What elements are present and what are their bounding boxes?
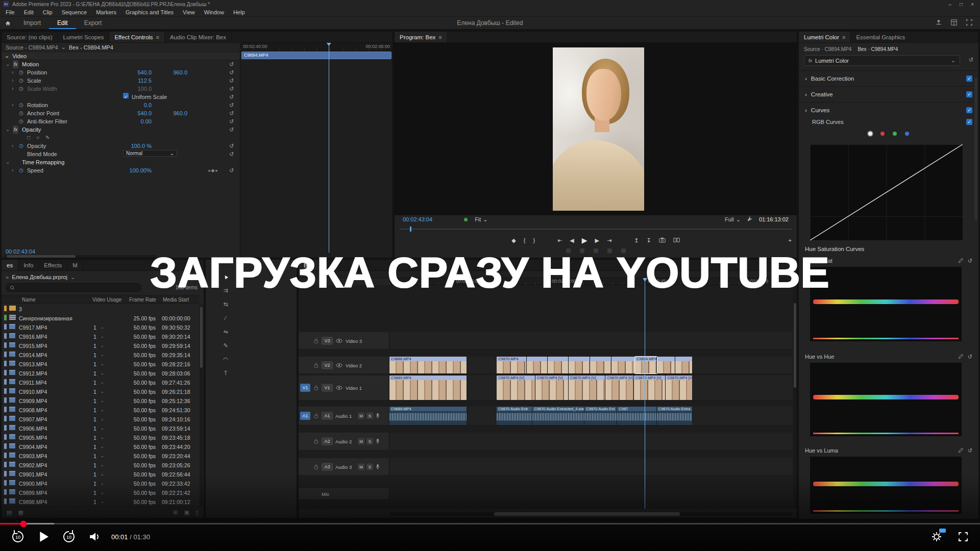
timeline-clip[interactable]: C9886.MP4 [389, 357, 467, 373]
item-name[interactable]: C9908.MP4 [19, 407, 91, 414]
chevron-down-icon[interactable]: ⌄ [101, 352, 104, 359]
project-item-row[interactable]: C9904.MP4 1 ⌄ 50.00 fps 09:23:44:20 [2, 442, 200, 452]
timeline-clip[interactable] [590, 357, 611, 373]
project-item-row[interactable]: C9905.MP4 1 ⌄ 50.00 fps 09:23:45:18 [2, 433, 200, 442]
list-view-icon[interactable]: ▤ [7, 509, 12, 516]
button-editor-plus[interactable]: + [789, 235, 792, 246]
timeline-clip[interactable] [569, 357, 591, 373]
new-bin-icon[interactable]: ⊞ [173, 509, 178, 516]
project-item-row[interactable]: Синхронизированная ⌄ 25.00 fps 00:00:00:… [2, 314, 200, 323]
column-header[interactable]: Name [22, 297, 36, 303]
item-name[interactable]: C9917.MP4 [19, 324, 91, 331]
menu-item[interactable]: Sequence [57, 9, 92, 15]
new-item-icon[interactable]: ▣ [184, 509, 189, 516]
item-name[interactable]: C9916.MP4 [19, 333, 91, 340]
program-playhead[interactable] [410, 227, 411, 232]
voiceover-mic-icon[interactable] [376, 464, 380, 469]
label-color-chip[interactable] [4, 462, 7, 467]
chevron-down-icon[interactable]: ⌄ [101, 342, 104, 349]
effect-lane-playhead[interactable] [329, 43, 329, 253]
panel-menu-icon[interactable]: ≡ [438, 34, 442, 40]
timeline-clip[interactable] [657, 357, 675, 373]
label-color-chip[interactable] [4, 333, 7, 339]
timeline-clip[interactable]: C9870.MP4 [V] [497, 375, 535, 400]
project-item-row[interactable]: C9903.MP4 1 ⌄ 50.00 fps 09:23:20:44 [2, 452, 200, 461]
track-target-toggle[interactable]: A3 [322, 463, 333, 470]
minimize-button[interactable]: – [949, 2, 952, 7]
label-color-chip[interactable] [4, 434, 7, 440]
chevron-down-icon[interactable]: ⌄ [101, 425, 104, 432]
reset-icon[interactable]: ↺ [229, 77, 234, 85]
track-lock-icon[interactable] [312, 384, 320, 391]
step-forward-button[interactable]: ▶ [595, 237, 599, 244]
eyedropper-icon[interactable] [958, 354, 964, 360]
reset-icon[interactable]: ↺ [229, 101, 234, 109]
solo-button[interactable]: S [366, 463, 373, 470]
timeline-clip[interactable] [527, 357, 548, 373]
reset-icon[interactable]: ↺ [229, 150, 234, 158]
chevron-down-icon[interactable]: ⌄ [101, 379, 104, 386]
timeline-clip[interactable]: C9870.MP4 [497, 357, 526, 373]
rectangle-mask-icon[interactable]: □ [27, 134, 30, 142]
track-lock-icon[interactable] [312, 463, 320, 470]
param-value[interactable]: 960.0 [154, 109, 187, 117]
panel-tab[interactable]: Effect Controls ≡ [109, 32, 165, 42]
play-button[interactable]: ▶ [582, 236, 587, 244]
track-target-toggle[interactable]: V1 [322, 384, 333, 392]
timeline-audio-clip[interactable]: C9870 Audio Ext [584, 407, 617, 425]
twirl-icon[interactable]: ⌄ [5, 53, 9, 59]
rewind-10-button[interactable]: 10 [10, 529, 26, 544]
menu-item[interactable]: Window [200, 9, 229, 15]
quick-export-icon[interactable] [935, 19, 942, 27]
column-header[interactable]: Video Usage [92, 297, 121, 303]
home-icon[interactable] [0, 17, 15, 29]
reset-icon[interactable]: ↺ [229, 93, 234, 101]
item-name[interactable]: C9911.MP4 [19, 379, 91, 386]
source-patch[interactable]: A1 [300, 412, 310, 420]
track-output-eye-icon[interactable] [336, 338, 342, 343]
forward-10-button[interactable]: 10 [61, 529, 77, 544]
timeline-horizontal-scrollbar[interactable] [389, 512, 793, 516]
label-color-chip[interactable] [4, 443, 7, 449]
add-marker-button[interactable]: ◆ [511, 237, 516, 244]
volume-icon[interactable] [87, 530, 101, 544]
timeline-vertical-scrollbar[interactable] [793, 285, 797, 509]
chevron-down-icon[interactable]: ⌄ [101, 388, 104, 395]
menu-item[interactable]: Markers [91, 9, 121, 15]
reset-icon[interactable]: ↺ [968, 354, 972, 360]
stopwatch-icon[interactable]: ◷ [19, 142, 23, 150]
maximize-frame-icon[interactable] [966, 19, 973, 27]
project-item-row[interactable]: C9914.MP4 1 ⌄ 50.00 fps 09:29:35:14 [2, 350, 200, 360]
timeline-audio-clip[interactable]: C9870 Audio Extracted_4.wav [532, 407, 584, 425]
project-item-row[interactable]: C9902.MP4 1 ⌄ 50.00 fps 09:23:05:26 [2, 461, 200, 470]
timeline-audio-clip[interactable]: C9870 Audio Extra [657, 407, 693, 425]
label-color-chip[interactable] [4, 342, 7, 348]
item-name[interactable]: C9914.MP4 [19, 352, 91, 359]
fullscreen-icon[interactable] [957, 530, 970, 543]
item-name[interactable]: C9902.MP4 [19, 462, 91, 469]
twirl-icon[interactable]: ⌄ [6, 126, 10, 134]
stopwatch-icon[interactable]: ◷ [19, 77, 23, 85]
ripple-edit-tool[interactable]: ⇆ [221, 299, 230, 309]
track-lock-icon[interactable] [312, 337, 320, 344]
twirl-icon[interactable]: ⌄ [6, 158, 10, 166]
program-timecode[interactable]: 00:02:43:04 [403, 216, 432, 222]
stopwatch-icon[interactable]: ◷ [19, 166, 23, 174]
item-name[interactable]: 3 [19, 306, 91, 313]
zoom-level-select[interactable]: Fit⌄ [475, 216, 487, 223]
project-item-row[interactable]: C9898.MP4 1 ⌄ 50.00 fps 09:21:00:12 [2, 497, 200, 507]
chevron-down-icon[interactable]: ⌄ [101, 361, 104, 368]
play-button[interactable] [36, 529, 51, 544]
player-progress-bar[interactable] [0, 523, 980, 524]
param-value[interactable]: 540.0 [118, 109, 152, 117]
reset-icon[interactable]: ↺ [229, 117, 234, 126]
panel-tab[interactable]: Audio Clip Mixer: Bex ≡ [165, 32, 232, 42]
label-color-chip[interactable] [4, 489, 7, 495]
timeline-clip[interactable]: C9894.MP4 [635, 357, 657, 373]
blend-mode-select[interactable]: Normal ⌄ [123, 150, 177, 157]
item-name[interactable]: C9907.MP4 [19, 416, 91, 423]
export-frame-button[interactable] [659, 237, 666, 244]
column-header[interactable]: Media Start [163, 297, 189, 303]
menu-item[interactable]: Edit [19, 9, 38, 15]
track-target-toggle[interactable]: V2 [322, 361, 333, 369]
